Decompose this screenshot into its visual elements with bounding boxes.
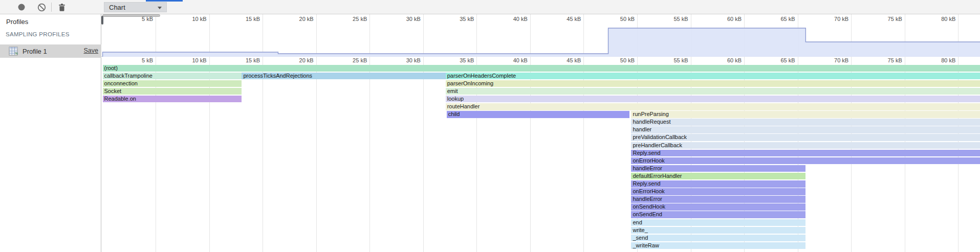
sampling-profiles-section-label: SAMPLING PROFILES <box>6 31 70 37</box>
flame-frame[interactable]: routeHandler <box>446 103 980 110</box>
flame-frame[interactable]: defaultErrorHandler <box>631 173 805 180</box>
flame-frame[interactable]: Reply.send <box>631 180 805 188</box>
flame-frame-label: end <box>633 219 642 225</box>
flame-frame-label: write_ <box>633 227 647 233</box>
flame-tick-label: 70 kB <box>834 57 851 63</box>
flame-frame[interactable]: callbackTrampoline <box>103 73 242 80</box>
flame-frame[interactable]: handleError <box>631 165 805 172</box>
flame-tick-label: 10 kB <box>192 57 209 63</box>
flame-frame[interactable]: handleRequest <box>631 119 980 126</box>
overview-scroll-thumb[interactable] <box>102 14 160 17</box>
record-button[interactable] <box>16 2 27 12</box>
flame-frame-label: Socket <box>104 88 122 94</box>
flame-frame-label: _send <box>633 235 648 241</box>
flame-tick-label: 55 kB <box>673 57 690 63</box>
flame-frame[interactable]: processTicksAndRejections <box>242 73 445 80</box>
flame-frame-label: handler <box>633 126 651 132</box>
flame-frame-label: onErrorHook <box>633 157 664 164</box>
flame-tick-label: 65 kB <box>781 57 798 63</box>
flame-frame-label: onSendEnd <box>633 211 662 217</box>
flame-frame[interactable]: onconnection <box>103 80 242 87</box>
profiler-toolbar: Chart <box>0 0 980 14</box>
flame-frame[interactable]: onSendEnd <box>631 211 805 218</box>
sampling-profiler-panel: 5 kB5 kB10 kB10 kB15 kB15 kB20 kB20 kB25… <box>0 0 980 252</box>
flame-frame[interactable]: _writeRaw <box>631 242 805 249</box>
flame-frame[interactable]: onErrorHook <box>631 188 805 195</box>
flame-frame-label: handleError <box>633 196 662 202</box>
chevron-down-icon <box>158 7 162 9</box>
flame-frame-label: parserOnHeadersComplete <box>447 73 516 79</box>
view-mode-value: Chart <box>109 4 125 11</box>
flame-frame-label: lookup <box>447 96 464 102</box>
flame-frame-label: routeHandler <box>447 103 480 109</box>
flame-frame[interactable]: end <box>631 219 805 226</box>
flame-frame[interactable]: emit <box>446 88 980 95</box>
flame-frame-label: onconnection <box>104 80 138 86</box>
flame-chart-area[interactable]: 5 kB5 kB10 kB10 kB15 kB15 kB20 kB20 kB25… <box>0 0 980 252</box>
flame-tick-label: 50 kB <box>620 57 637 63</box>
flame-frame[interactable]: lookup <box>446 96 980 103</box>
view-mode-select[interactable]: Chart <box>104 2 167 12</box>
flame-frame-label: (root) <box>104 65 118 71</box>
flame-tick-label: 20 kB <box>299 57 316 63</box>
flame-frame[interactable]: onSendHook <box>631 203 805 211</box>
trash-icon <box>58 3 66 12</box>
flame-frame-label: handleRequest <box>633 119 670 125</box>
flame-frame-label: child <box>448 111 460 117</box>
flame-frame-label: processTicksAndRejections <box>243 73 312 79</box>
flame-frame-label: preValidationCallback <box>633 134 687 140</box>
flame-tick-label: 80 kB <box>941 57 958 63</box>
save-profile-link[interactable]: Save <box>84 47 99 54</box>
flame-frame-label: handleError <box>633 165 662 171</box>
flame-frame[interactable]: runPreParsing <box>631 111 980 118</box>
flame-frame[interactable]: preValidationCallback <box>631 134 980 141</box>
sidebar-title: Profiles <box>6 18 28 26</box>
flame-frame-label: onSendHook <box>633 203 665 210</box>
flame-tick-label: 60 kB <box>727 57 744 63</box>
flame-frame[interactable]: onErrorHook <box>631 157 980 165</box>
flame-tick-label: 40 kB <box>513 57 530 63</box>
flame-frame-label: _writeRaw <box>633 242 659 248</box>
sidebar-item-profile-1[interactable]: % Profile 1 Save <box>0 44 101 58</box>
flame-frame-label: defaultErrorHandler <box>633 173 682 179</box>
flame-frame-label: onErrorHook <box>633 188 664 194</box>
flame-frame[interactable]: write_ <box>631 227 805 234</box>
flame-tick-label: 5 kB <box>142 57 156 63</box>
flame-frame-label: parserOnIncoming <box>447 80 494 86</box>
tab-underline-indicator <box>146 0 183 2</box>
profile-name: Profile 1 <box>23 48 47 55</box>
flame-frame-label: emit <box>447 88 458 94</box>
overview-drag-handle[interactable] <box>101 16 103 25</box>
svg-text:%: % <box>15 52 18 55</box>
memory-overview-chart[interactable] <box>101 14 980 57</box>
flame-frame[interactable]: handler <box>631 126 980 133</box>
flame-tick-label: 15 kB <box>246 57 263 63</box>
flame-frame-label: runPreParsing <box>633 111 668 117</box>
flame-frame[interactable]: Reply.send <box>631 150 980 157</box>
flame-frame-label: callbackTrampoline <box>104 73 153 79</box>
flame-frame[interactable]: _send <box>631 235 805 242</box>
flame-frame[interactable]: Socket <box>103 88 242 95</box>
flame-tick-label: 45 kB <box>567 57 583 63</box>
flame-frame[interactable]: parserOnHeadersComplete <box>446 73 980 80</box>
flame-frame[interactable]: preHandlerCallback <box>631 142 980 149</box>
flame-frame[interactable]: Readable.on <box>103 96 242 103</box>
clear-icon <box>37 3 46 12</box>
flame-frame-label: Readable.on <box>104 96 136 102</box>
flame-frame[interactable]: (root) <box>103 65 980 72</box>
flame-tick-label: 35 kB <box>460 57 476 63</box>
profile-icon: % <box>9 47 18 56</box>
flame-tick-label: 25 kB <box>353 57 369 63</box>
flame-frame-label: preHandlerCallback <box>633 142 682 148</box>
flame-tick-label: 75 kB <box>888 57 905 63</box>
flame-frame[interactable]: handleError <box>631 196 805 203</box>
toolbar-divider <box>51 3 52 12</box>
flame-frame[interactable]: parserOnIncoming <box>446 80 980 87</box>
flame-tick-label: 30 kB <box>406 57 423 63</box>
clear-profiles-button[interactable] <box>36 2 47 12</box>
flame-frame[interactable]: child <box>447 111 630 118</box>
flame-frame-label: Reply.send <box>633 180 660 187</box>
profiles-sidebar: Profiles SAMPLING PROFILES % Profile 1 S… <box>0 14 101 252</box>
flame-frame-label: Reply.send <box>633 150 660 156</box>
delete-profile-button[interactable] <box>56 2 68 12</box>
